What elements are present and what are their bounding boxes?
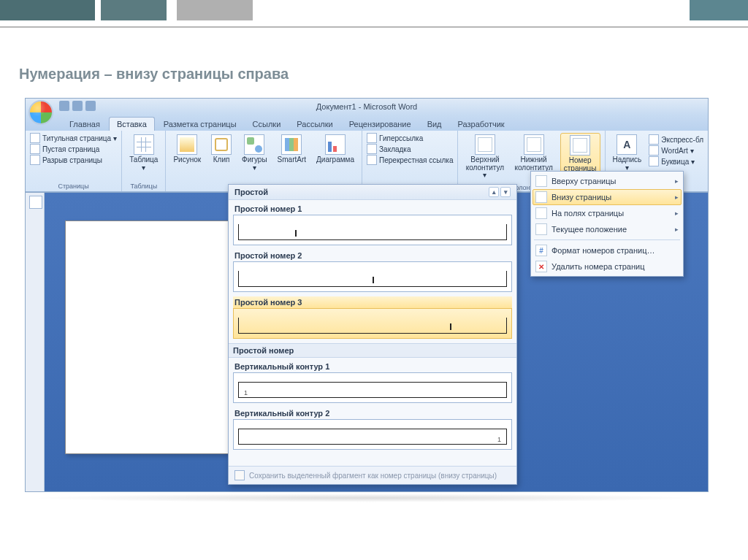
wordart-button[interactable]: WordArt ▾ (649, 145, 703, 156)
menu-bottom-of-page[interactable]: Внизу страницы▸ (533, 189, 682, 205)
quick-access-toolbar[interactable] (59, 101, 96, 111)
header-icon (475, 134, 495, 155)
vertical-ruler (26, 193, 45, 491)
gallery-item-plain-2[interactable]: Простой номер 2 (233, 250, 512, 292)
tab-references[interactable]: Ссылки (245, 118, 289, 131)
gallery-subheader: Простой номер (229, 343, 516, 358)
picture-button[interactable]: Рисунок (170, 133, 204, 166)
tab-review[interactable]: Рецензирование (342, 118, 419, 131)
group-illustrations: Рисунок Клип Фигуры▾ SmartArt Диаграмма … (166, 131, 362, 191)
table-button[interactable]: Таблица▾ (126, 133, 161, 173)
menu-top-of-page[interactable]: Вверху страницы▸ (533, 173, 682, 189)
clip-icon (211, 134, 232, 155)
slide-decoration (0, 0, 748, 32)
picture-icon (177, 134, 197, 155)
group-tables: Таблица▾ Таблицы (122, 131, 166, 191)
gallery-save-selection[interactable]: Сохранить выделенный фрагмент как номер … (229, 466, 516, 484)
menu-remove-numbers[interactable]: Удалить номера страниц (533, 258, 682, 275)
page-break-button[interactable]: Разрыв страницы (30, 155, 117, 165)
slide-title: Нумерация – внизу страницы справа (19, 66, 289, 83)
menu-separator (534, 239, 680, 240)
gallery-item-plain-3[interactable]: Простой номер 3 (233, 296, 512, 339)
clip-button[interactable]: Клип (208, 133, 234, 166)
gallery-header: Простой ▴▾ (229, 185, 516, 200)
save-icon (234, 470, 245, 480)
gallery-item-plain-1[interactable]: Простой номер 1 (233, 203, 512, 245)
page-bottom-icon (535, 191, 547, 203)
page-number-menu: Вверху страницы▸ Внизу страницы▸ На поля… (530, 171, 684, 277)
window-title: Документ1 - Microsoft Word (316, 102, 417, 111)
chart-icon (325, 134, 346, 155)
table-icon (134, 134, 154, 155)
header-button[interactable]: Верхний колонтитул ▾ (462, 133, 507, 181)
menu-format-numbers[interactable]: Формат номеров страниц… (533, 242, 682, 258)
menu-page-margins[interactable]: На полях страницы▸ (533, 205, 682, 221)
group-links: Гиперссылка Закладка Перекрестная ссылка… (362, 131, 458, 191)
page-top-icon (535, 175, 547, 187)
tab-layout[interactable]: Разметка страницы (156, 118, 244, 131)
page-margins-icon (535, 207, 547, 219)
crossref-button[interactable]: Перекрестная ссылка (367, 155, 453, 165)
group-pages: Титульная страница ▾ Пустая страница Раз… (26, 131, 122, 191)
title-page-button[interactable]: Титульная страница ▾ (30, 133, 117, 143)
office-button[interactable] (28, 100, 53, 125)
dropcap-button[interactable]: Буквица ▾ (649, 156, 703, 166)
textbox-icon (617, 134, 637, 155)
chart-button[interactable]: Диаграмма (313, 133, 357, 166)
quickparts-button[interactable]: Экспресс-бл (649, 134, 703, 145)
tab-home[interactable]: Главная (62, 118, 107, 131)
smartart-icon (281, 134, 302, 155)
menu-current-position[interactable]: Текущее положение▸ (533, 221, 682, 237)
gallery-scroll[interactable]: ▴▾ (489, 187, 511, 197)
page-number-icon (570, 135, 590, 156)
window-titlebar: Документ1 - Microsoft Word (26, 99, 708, 115)
blank-page-button[interactable]: Пустая страница (30, 144, 117, 154)
smartart-button[interactable]: SmartArt (275, 133, 309, 166)
document-page[interactable] (65, 220, 229, 454)
shapes-button[interactable]: Фигуры▾ (239, 133, 270, 173)
textbox-button[interactable]: Надпись▾ (610, 133, 645, 173)
shadow (29, 494, 701, 502)
page-number-gallery: Простой ▴▾ Простой номер 1 Простой номер… (228, 184, 517, 485)
gallery-item-vertical-2[interactable]: Вертикальный контур 2 1 (233, 407, 512, 450)
tab-insert[interactable]: Вставка (109, 117, 155, 131)
tab-mailings[interactable]: Рассылки (289, 118, 340, 131)
gallery-item-vertical-1[interactable]: Вертикальный контур 1 1 (233, 361, 512, 403)
page-current-icon (535, 223, 547, 235)
format-icon (535, 245, 547, 256)
hyperlink-button[interactable]: Гиперссылка (367, 133, 453, 143)
shapes-icon (244, 134, 264, 155)
tab-view[interactable]: Вид (420, 118, 449, 131)
remove-icon (535, 261, 547, 272)
ribbon-tabs: Главная Вставка Разметка страницы Ссылки… (26, 115, 708, 131)
footer-icon (524, 134, 544, 155)
tab-developer[interactable]: Разработчик (451, 118, 512, 131)
bookmark-button[interactable]: Закладка (367, 144, 453, 154)
